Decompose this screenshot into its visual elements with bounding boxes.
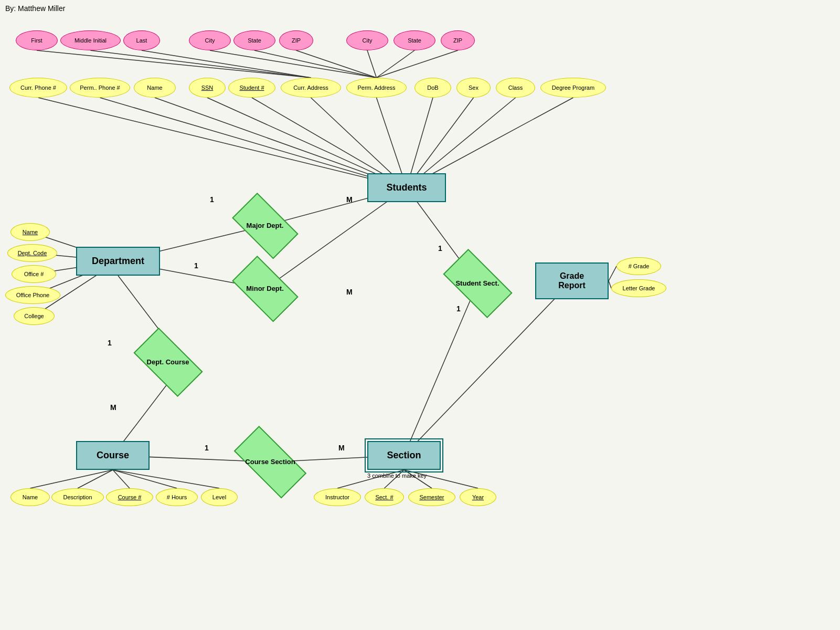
attr-ellipse-2: Office #: [12, 265, 56, 283]
attr-ellipse-1: Sect. #: [365, 488, 404, 506]
entity-section: Section: [367, 441, 441, 470]
svg-line-11: [37, 50, 311, 78]
attr-ellipse-2: Course #: [106, 488, 153, 506]
svg-line-14: [210, 50, 377, 78]
cardinality-8: 1: [205, 444, 209, 452]
attr-ellipse-5: Curr. Address: [281, 78, 341, 98]
attr-ellipse-4: College: [14, 307, 55, 325]
entity-grade_report: Grade Report: [535, 262, 609, 299]
attr-ellipse-6: Perm. Address: [346, 78, 407, 98]
attr-ellipse-0: First: [16, 30, 58, 50]
attr-ellipse-3: # Hours: [156, 488, 198, 506]
attr-ellipse-1: Perm.. Phone #: [70, 78, 130, 98]
attr-ellipse-6: City: [346, 30, 388, 50]
attr-ellipse-7: DoB: [414, 78, 451, 98]
attr-ellipse-4: Level: [201, 488, 238, 506]
attr-ellipse-0: Name: [10, 223, 50, 241]
entity-department: Department: [76, 247, 160, 276]
attr-ellipse-1: Middle Initial: [60, 30, 121, 50]
attr-ellipse-3: City: [189, 30, 231, 50]
svg-line-16: [296, 50, 377, 78]
relationship-student_sect: Student Sect.: [441, 262, 514, 304]
relationship-major_dept: Major Dept.: [231, 205, 299, 247]
attr-ellipse-1: Description: [51, 488, 104, 506]
cardinality-7: M: [110, 403, 116, 412]
attr-ellipse-5: ZIP: [279, 30, 313, 50]
entity-course: Course: [76, 441, 150, 470]
attr-ellipse-3: Year: [460, 488, 496, 506]
svg-line-29: [113, 470, 219, 488]
attr-ellipse-2: Last: [123, 30, 160, 50]
entity-students: Students: [367, 173, 446, 202]
cardinality-4: 1: [438, 244, 442, 253]
relationship-dept_course: Dept. Course: [131, 341, 205, 383]
cardinality-5: 1: [456, 304, 461, 313]
attr-ellipse-0: Instructor: [314, 488, 361, 506]
svg-line-1: [100, 98, 407, 188]
cardinality-0: 1: [210, 195, 214, 204]
note-0: 3 combine to make key: [367, 472, 427, 479]
svg-line-0: [38, 98, 407, 188]
attr-ellipse-0: # Grade: [616, 257, 661, 275]
svg-line-13: [142, 50, 311, 78]
attr-ellipse-7: State: [394, 30, 435, 50]
author-label: By: Matthew Miller: [5, 4, 65, 13]
svg-line-18: [377, 50, 415, 78]
attr-ellipse-1: Dept. Code: [7, 244, 57, 262]
svg-line-34: [609, 266, 616, 281]
svg-line-27: [113, 470, 130, 488]
cardinality-9: M: [338, 444, 345, 452]
attr-ellipse-0: Name: [10, 488, 50, 506]
attr-ellipse-9: Class: [496, 78, 535, 98]
attr-ellipse-0: Curr. Phone #: [9, 78, 67, 98]
svg-line-15: [254, 50, 377, 78]
svg-line-41: [404, 284, 477, 456]
attr-ellipse-1: Letter Grade: [611, 279, 666, 297]
svg-line-26: [78, 470, 113, 488]
cardinality-3: M: [346, 288, 353, 296]
svg-line-19: [377, 50, 458, 78]
svg-line-28: [113, 470, 177, 488]
attr-ellipse-8: ZIP: [441, 30, 475, 50]
relationship-course_section: Course Section: [231, 441, 310, 483]
cardinality-1: M: [346, 195, 353, 204]
attr-ellipse-4: State: [233, 30, 275, 50]
svg-line-25: [30, 470, 113, 488]
attr-ellipse-10: Degree Program: [540, 78, 606, 98]
cardinality-2: 1: [194, 261, 198, 270]
attr-ellipse-4: Student #: [228, 78, 275, 98]
svg-line-12: [91, 50, 311, 78]
relationship-minor_dept: Minor Dept.: [231, 268, 299, 310]
cardinality-6: 1: [108, 339, 112, 347]
attr-ellipse-8: Sex: [456, 78, 491, 98]
attr-ellipse-3: Office Phone: [5, 286, 60, 304]
attr-ellipse-2: Name: [134, 78, 176, 98]
svg-line-17: [367, 50, 377, 78]
attr-ellipse-3: SSN: [189, 78, 226, 98]
attr-ellipse-2: Semester: [408, 488, 455, 506]
